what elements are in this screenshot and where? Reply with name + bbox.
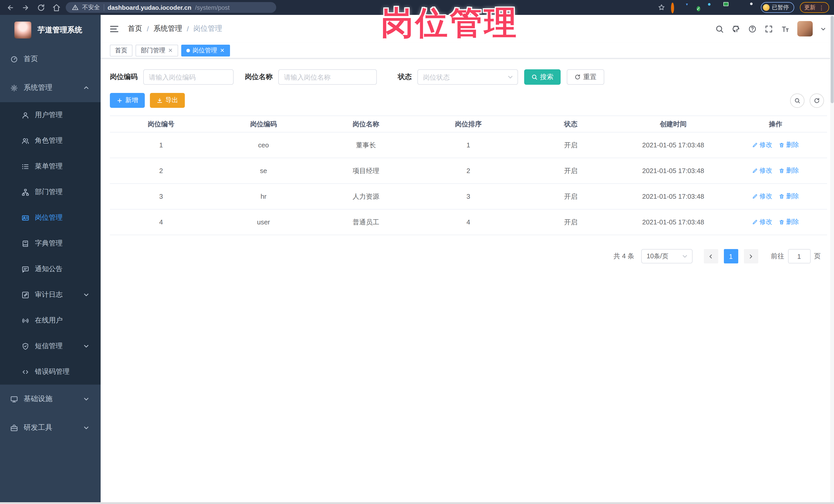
page-scrollbar[interactable] <box>830 15 834 504</box>
sidebar-item-系统管理[interactable]: 系统管理 <box>0 73 101 102</box>
page-size-select[interactable] <box>641 249 692 263</box>
security-label[interactable]: 不安全 <box>82 4 100 11</box>
chevron-down-icon <box>83 425 89 431</box>
fullscreen-icon[interactable] <box>764 24 773 33</box>
breadcrumb-separator: / <box>187 25 189 33</box>
sidebar-item-错误码管理[interactable]: 错误码管理 <box>0 359 101 385</box>
sidebar-item-审计日志[interactable]: 审计日志 <box>0 282 101 308</box>
tab-label: 首页 <box>115 46 127 55</box>
app-logo-image <box>14 21 31 38</box>
cell-post-name: 人力资源 <box>315 192 417 201</box>
paused-label: 已暂停 <box>772 4 789 11</box>
sidebar-item-在线用户[interactable]: 在线用户 <box>0 308 101 333</box>
sidebar-item-通知公告[interactable]: 通知公告 <box>0 256 101 282</box>
cell-actions: 修改 删除 <box>724 141 827 149</box>
edit-link[interactable]: 修改 <box>752 192 772 201</box>
paused-extension-pill[interactable]: 已暂停 <box>761 2 794 13</box>
font-size-icon[interactable] <box>781 24 789 33</box>
extensions-puzzle-icon[interactable] <box>748 4 755 11</box>
sidebar-item-短信管理[interactable]: 短信管理 <box>0 333 101 359</box>
scrollbar-thumb[interactable] <box>830 16 833 103</box>
extension-tag-icon[interactable] <box>709 4 717 11</box>
help-icon[interactable] <box>748 24 756 33</box>
log-icon <box>22 291 29 299</box>
browser-forward-icon[interactable] <box>22 3 30 12</box>
delete-link[interactable]: 删除 <box>779 218 799 226</box>
browser-update-button[interactable]: 更新 ⋮ <box>799 2 829 13</box>
prev-page-button[interactable] <box>704 249 718 263</box>
sidebar-item-研发工具[interactable]: 研发工具 <box>0 413 101 442</box>
tab-岗位管理[interactable]: 岗位管理 <box>181 44 230 56</box>
add-button[interactable]: 新增 <box>110 93 145 108</box>
delete-link[interactable]: 删除 <box>779 192 799 201</box>
url-host[interactable]: dashboard.yudao.iocoder.cn <box>108 4 192 11</box>
code-icon <box>22 368 29 376</box>
hamburger-icon[interactable] <box>109 24 119 34</box>
tab-首页[interactable]: 首页 <box>110 44 132 56</box>
extension-pin-icon[interactable] <box>684 4 691 11</box>
sidebar-item-部门管理[interactable]: 部门管理 <box>0 179 101 205</box>
sidebar-item-岗位管理[interactable]: 岗位管理 <box>0 205 101 231</box>
sidebar-item-首页[interactable]: 首页 <box>0 45 101 73</box>
close-icon[interactable] <box>168 48 173 53</box>
sidebar-item-字典管理[interactable]: 字典管理 <box>0 231 101 256</box>
browser-reload-icon[interactable] <box>37 3 45 12</box>
reset-button[interactable]: 重置 <box>567 69 604 85</box>
cell-post-sort: 1 <box>417 141 520 149</box>
table-header-row: 岗位编号岗位编码岗位名称岗位排序状态创建时间操作 <box>110 115 827 132</box>
toolbox-icon <box>10 424 18 432</box>
export-button[interactable]: 导出 <box>150 93 185 108</box>
search-button[interactable]: 搜索 <box>524 69 561 85</box>
github-icon[interactable] <box>731 24 740 33</box>
chevron-down-icon[interactable] <box>820 26 826 31</box>
cell-created-time: 2021-01-05 17:03:48 <box>622 193 724 200</box>
table-toolbar: 新增 导出 <box>110 93 827 108</box>
url-path[interactable]: /system/post <box>195 4 230 11</box>
sidebar-item-基础设施[interactable]: 基础设施 <box>0 385 101 413</box>
toggle-search-button[interactable] <box>790 93 804 108</box>
page-content: 岗位编码 岗位名称 状态 搜索 重置 <box>101 59 834 504</box>
sidebar-item-label: 错误码管理 <box>35 367 70 376</box>
extension-check-icon[interactable]: ✓ <box>697 4 704 11</box>
extension-leaf-icon[interactable] <box>735 4 742 11</box>
page-number-1[interactable]: 1 <box>724 249 738 263</box>
pagination: 共 4 条 1 前往 页 <box>110 249 827 263</box>
browser-back-icon[interactable] <box>6 3 14 12</box>
browser-menu-dots-icon[interactable]: ⋮ <box>818 5 824 10</box>
sidebar-item-label: 短信管理 <box>35 342 63 351</box>
status-select[interactable] <box>417 69 518 85</box>
insecure-warning-icon[interactable] <box>72 4 79 11</box>
address-bar[interactable]: 不安全 dashboard.yudao.iocoder.cn/system/po… <box>66 2 276 13</box>
delete-link[interactable]: 删除 <box>779 141 799 149</box>
org-tree-icon <box>22 188 29 196</box>
tab-label: 岗位管理 <box>193 46 217 55</box>
sidebar-item-用户管理[interactable]: 用户管理 <box>0 102 101 128</box>
search-icon[interactable] <box>715 24 724 33</box>
sidebar-item-菜单管理[interactable]: 菜单管理 <box>0 154 101 179</box>
table-row: 3 hr 人力资源 3 开启 2021-01-05 17:03:48 修改 删除 <box>110 184 827 210</box>
delete-link[interactable]: 删除 <box>779 167 799 175</box>
post-name-input[interactable] <box>278 69 377 85</box>
sidebar-item-角色管理[interactable]: 角色管理 <box>0 128 101 154</box>
extension-donut-icon[interactable] <box>671 4 678 11</box>
close-icon[interactable] <box>220 48 225 53</box>
cell-actions: 修改 删除 <box>724 192 827 201</box>
sidebar-item-label: 审计日志 <box>35 290 63 299</box>
tab-部门管理[interactable]: 部门管理 <box>135 44 178 56</box>
edit-link[interactable]: 修改 <box>752 218 772 226</box>
bookmark-star-icon[interactable] <box>657 4 665 11</box>
extension-gtm-icon[interactable] <box>722 4 729 11</box>
refresh-button[interactable] <box>809 93 824 108</box>
browser-home-icon[interactable] <box>52 3 61 12</box>
edit-link[interactable]: 修改 <box>752 141 772 149</box>
window-bottom-edge <box>0 502 834 504</box>
breadcrumb-home[interactable]: 首页 <box>128 24 142 34</box>
edit-link[interactable]: 修改 <box>752 167 772 175</box>
post-code-input[interactable] <box>143 69 234 85</box>
breadcrumb-system[interactable]: 系统管理 <box>154 24 182 34</box>
goto-page-input[interactable] <box>788 249 810 263</box>
sidebar-logo-row[interactable]: 芋道管理系统 <box>0 15 101 45</box>
user-avatar[interactable] <box>797 21 812 37</box>
sidebar-menu: 首页 系统管理 用户管理 角色管理 菜单管理 部门管理 岗位管理 字典管理 通知… <box>0 45 101 504</box>
next-page-button[interactable] <box>744 249 758 263</box>
